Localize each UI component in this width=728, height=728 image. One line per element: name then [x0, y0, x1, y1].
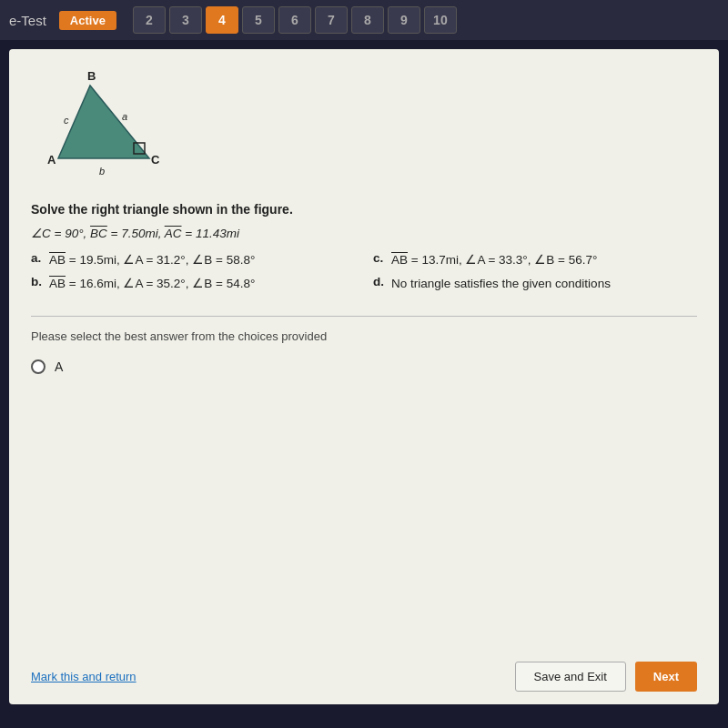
answer-c-text: AB = 13.7mi, ∠A = 33.3°, ∠B = 56.7°	[391, 251, 597, 269]
selected-answer-letter: A	[55, 359, 63, 374]
tab-5[interactable]: 5	[242, 6, 275, 34]
please-select-text: Please select the best answer from the c…	[31, 329, 697, 343]
bottom-bar: Mark this and return Save and Exit Next	[31, 662, 697, 692]
figure-area: B A C c a b	[31, 67, 697, 186]
tab-8[interactable]: 8	[351, 6, 384, 34]
status-badge: Active	[59, 11, 116, 30]
save-exit-button[interactable]: Save and Exit	[515, 662, 626, 692]
main-content: B A C c a b Solve the right triangle sho…	[9, 49, 719, 704]
selected-answer-row: A	[31, 359, 697, 374]
svg-marker-0	[58, 86, 149, 158]
svg-text:a: a	[122, 111, 127, 122]
answer-b-text: AB = 16.6mi, ∠A = 35.2°, ∠B = 54.8°	[49, 275, 255, 293]
answer-b[interactable]: b. AB = 16.6mi, ∠A = 35.2°, ∠B = 54.8°	[31, 275, 355, 293]
answer-a-letter: a.	[31, 251, 44, 265]
question-tabs: 2 3 4 5 6 7 8 9 10	[133, 6, 457, 34]
svg-text:c: c	[64, 115, 69, 126]
answer-c-letter: c.	[373, 251, 386, 265]
app-title: e-Test	[9, 13, 46, 28]
question-instruction: Solve the right triangle shown in the fi…	[31, 202, 697, 217]
triangle-figure: B A C c a b	[40, 67, 186, 186]
answer-d[interactable]: d. No triangle satisfies the given condi…	[373, 275, 697, 293]
given-values: ∠C = 90°, BC = 7.50mi, AC = 11.43mi	[31, 226, 697, 240]
answers-grid: a. AB = 19.5mi, ∠A = 31.2°, ∠B = 58.8° c…	[31, 251, 697, 294]
svg-text:C: C	[151, 153, 160, 167]
svg-text:b: b	[99, 166, 105, 177]
tab-7[interactable]: 7	[315, 6, 348, 34]
answer-c[interactable]: c. AB = 13.7mi, ∠A = 33.3°, ∠B = 56.7°	[373, 251, 697, 269]
answer-b-letter: b.	[31, 275, 44, 288]
divider	[31, 316, 697, 317]
mark-return-link[interactable]: Mark this and return	[31, 670, 136, 683]
radio-button[interactable]	[31, 359, 46, 374]
tab-10[interactable]: 10	[424, 6, 457, 34]
answer-d-text: No triangle satisfies the given conditio…	[391, 275, 611, 293]
tab-4[interactable]: 4	[206, 6, 238, 34]
answer-d-letter: d.	[373, 275, 386, 288]
bottom-buttons: Save and Exit Next	[515, 662, 697, 692]
tab-9[interactable]: 9	[388, 6, 420, 34]
answer-a-text: AB = 19.5mi, ∠A = 31.2°, ∠B = 58.8°	[49, 251, 255, 269]
tab-3[interactable]: 3	[169, 6, 202, 34]
tab-2[interactable]: 2	[133, 6, 166, 34]
top-bar: e-Test Active 2 3 4 5 6 7 8 9 10	[0, 0, 728, 40]
tab-6[interactable]: 6	[278, 6, 311, 34]
answer-a[interactable]: a. AB = 19.5mi, ∠A = 31.2°, ∠B = 58.8°	[31, 251, 355, 269]
svg-text:B: B	[87, 69, 96, 83]
svg-text:A: A	[47, 153, 56, 167]
next-button[interactable]: Next	[635, 662, 697, 692]
